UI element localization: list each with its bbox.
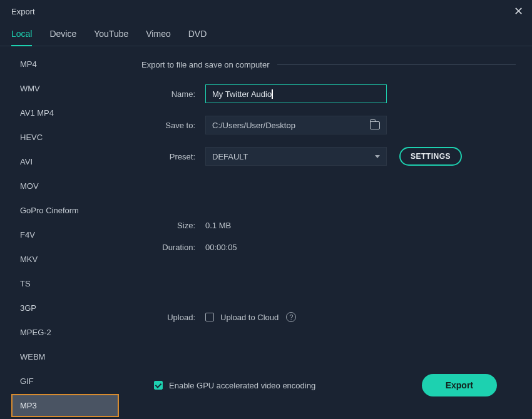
format-gopro[interactable]: GoPro Cineform [11,199,119,222]
upload-label: Upload: [141,313,205,322]
duration-row: Duration: 00:00:05 [141,243,516,252]
size-value: 0.1 MB [205,221,231,230]
settings-button[interactable]: SETTINGS [399,147,462,166]
section-title: Export to file and save on computer [141,60,270,69]
saveto-value: C:/Users/User/Desktop [212,121,295,130]
preset-label: Preset: [141,152,205,161]
name-value: My Twitter Audio [212,89,272,99]
format-avi[interactable]: AVI [11,150,119,173]
name-row: Name: My Twitter Audio [141,84,516,103]
format-mkv[interactable]: MKV [11,248,119,271]
tab-youtube[interactable]: YouTube [94,25,128,46]
upload-checkbox-label: Upload to Cloud [220,313,279,322]
duration-label: Duration: [141,243,205,252]
divider [277,64,516,65]
format-mp3[interactable]: MP3 [11,394,119,417]
gpu-label: Enable GPU accelerated video encoding [169,381,315,390]
format-wmv[interactable]: WMV [11,77,119,100]
gpu-row: Enable GPU accelerated video encoding [154,381,315,390]
tab-vimeo[interactable]: Vimeo [146,25,170,46]
duration-value: 00:00:05 [205,243,237,252]
format-f4v[interactable]: F4V [11,223,119,246]
info-block: Size: 0.1 MB Duration: 00:00:05 [141,221,516,265]
preset-select[interactable]: DEFAULT [205,147,387,166]
format-gif[interactable]: GIF [11,370,119,393]
chevron-down-icon [375,155,380,158]
format-av1mp4[interactable]: AV1 MP4 [11,101,119,124]
window-title: Export [11,7,35,16]
tabs: Local Device YouTube Vimeo DVD [0,20,532,46]
preset-row: Preset: DEFAULT SETTINGS [141,147,516,166]
format-ts[interactable]: TS [11,272,119,295]
upload-checkbox[interactable] [205,313,214,321]
tab-local[interactable]: Local [11,25,32,46]
text-cursor [272,89,273,99]
titlebar: Export ✕ [0,0,532,20]
preset-value: DEFAULT [212,152,248,161]
size-row: Size: 0.1 MB [141,221,516,230]
format-3gp[interactable]: 3GP [11,296,119,320]
format-webm[interactable]: WEBM [11,345,119,368]
format-mp4[interactable]: MP4 [11,53,119,76]
upload-row: Upload: Upload to Cloud ? [141,312,516,322]
saveto-label: Save to: [141,121,205,130]
upload-block: Upload: Upload to Cloud ? [141,312,516,322]
tab-device[interactable]: Device [49,25,76,46]
format-mov[interactable]: MOV [11,174,119,198]
export-dialog: Export ✕ Local Device YouTube Vimeo DVD … [0,0,532,419]
saveto-input[interactable]: C:/Users/User/Desktop [205,116,387,134]
tab-dvd[interactable]: DVD [188,25,207,46]
help-icon[interactable]: ? [286,312,296,322]
format-hevc[interactable]: HEVC [11,126,119,149]
footer: Enable GPU accelerated video encoding Ex… [141,365,516,409]
name-label: Name: [141,89,205,99]
export-button[interactable]: Export [422,374,497,396]
format-sidebar: MP4 WMV AV1 MP4 HEVC AVI MOV GoPro Cinef… [0,46,125,419]
folder-icon[interactable] [370,121,380,129]
dialog-body: MP4 WMV AV1 MP4 HEVC AVI MOV GoPro Cinef… [0,46,532,419]
saveto-row: Save to: C:/Users/User/Desktop [141,116,516,134]
main-panel: Export to file and save on computer Name… [125,46,532,419]
close-icon[interactable]: ✕ [514,6,523,17]
size-label: Size: [141,221,205,230]
section-header: Export to file and save on computer [141,60,516,69]
name-input[interactable]: My Twitter Audio [205,84,387,103]
gpu-checkbox[interactable] [154,381,163,390]
format-mpeg2[interactable]: MPEG-2 [11,321,119,344]
